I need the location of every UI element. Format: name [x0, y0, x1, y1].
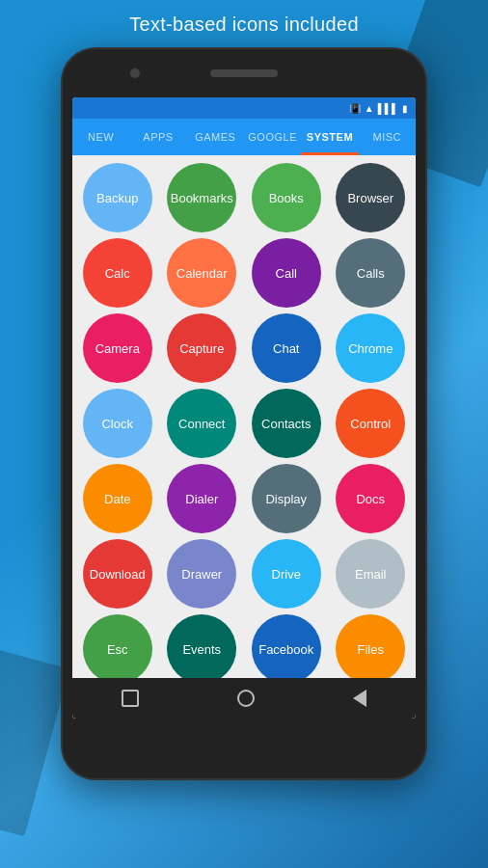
icon-item-connect[interactable]: Connect [163, 389, 242, 458]
icon-circle-drawer[interactable]: Drawer [167, 539, 236, 609]
vibrate-icon: 📳 [349, 103, 361, 114]
icon-item-download[interactable]: Download [78, 539, 157, 609]
phone-camera [130, 68, 140, 78]
icon-circle-clock[interactable]: Clock [83, 389, 152, 458]
icon-circle-files[interactable]: Files [336, 614, 405, 678]
icon-item-date[interactable]: Date [78, 464, 157, 533]
tab-new[interactable]: NEW [72, 119, 129, 155]
icon-circle-events[interactable]: Events [167, 614, 236, 678]
icon-item-bookmarks[interactable]: Bookmarks [163, 163, 242, 232]
phone-speaker [210, 69, 278, 77]
icon-circle-download[interactable]: Download [83, 539, 152, 609]
icon-circle-chat[interactable]: Chat [252, 313, 321, 383]
icon-item-calc[interactable]: Calc [78, 238, 157, 308]
icon-circle-bookmarks[interactable]: Bookmarks [167, 163, 236, 232]
wifi-icon: ▲ [365, 103, 374, 114]
icon-item-capture[interactable]: Capture [163, 313, 242, 383]
icon-item-clock[interactable]: Clock [78, 389, 157, 458]
icon-circle-date[interactable]: Date [83, 464, 152, 533]
icon-item-call[interactable]: Call [247, 238, 326, 308]
header-title: Text-based icons included [129, 0, 359, 47]
bg-decoration-bottom [0, 649, 69, 837]
icon-item-docs[interactable]: Docs [332, 464, 411, 533]
icon-item-chat[interactable]: Chat [247, 313, 326, 383]
icon-item-control[interactable]: Control [332, 389, 411, 458]
back-button[interactable] [353, 690, 366, 707]
icon-circle-calls[interactable]: Calls [336, 238, 405, 308]
icon-circle-capture[interactable]: Capture [167, 313, 236, 383]
icon-circle-email[interactable]: Email [336, 539, 405, 609]
battery-icon: ▮ [402, 103, 408, 114]
icon-circle-control[interactable]: Control [336, 389, 405, 458]
icon-circle-browser[interactable]: Browser [336, 163, 405, 232]
tab-apps[interactable]: APPS [129, 119, 186, 155]
tab-system[interactable]: SYSTEM [301, 119, 358, 155]
phone-frame: 📳 ▲ ▌▌▌ ▮ NEW APPS GAMES GOOGLE SYSTEM M… [61, 47, 427, 780]
icon-item-backup[interactable]: Backup [78, 163, 157, 232]
icon-item-dialer[interactable]: Dialer [163, 464, 242, 533]
icon-item-email[interactable]: Email [332, 539, 411, 609]
tab-bar: NEW APPS GAMES GOOGLE SYSTEM MISC [72, 119, 416, 155]
signal-icon: ▌▌▌ [378, 103, 398, 114]
icon-circle-call[interactable]: Call [252, 238, 321, 308]
icon-item-esc[interactable]: Esc [78, 614, 157, 678]
icon-circle-contacts[interactable]: Contacts [252, 389, 321, 458]
bottom-nav [72, 678, 416, 719]
home-button[interactable] [237, 690, 255, 707]
icon-circle-camera[interactable]: Camera [83, 313, 152, 383]
icon-item-contacts[interactable]: Contacts [247, 389, 326, 458]
icon-circle-dialer[interactable]: Dialer [167, 464, 236, 533]
phone-top-bar [63, 49, 425, 97]
icon-circle-facebook[interactable]: Facebook [252, 614, 321, 678]
recent-apps-button[interactable] [122, 690, 139, 707]
icon-circle-books[interactable]: Books [252, 163, 321, 232]
icon-item-drive[interactable]: Drive [247, 539, 326, 609]
tab-google[interactable]: GOOGLE [244, 119, 301, 155]
icon-item-events[interactable]: Events [163, 614, 242, 678]
icon-item-files[interactable]: Files [332, 614, 411, 678]
icon-item-facebook[interactable]: Facebook [247, 614, 326, 678]
phone-screen: 📳 ▲ ▌▌▌ ▮ NEW APPS GAMES GOOGLE SYSTEM M… [72, 97, 416, 719]
icon-circle-backup[interactable]: Backup [83, 163, 152, 232]
icon-item-display[interactable]: Display [247, 464, 326, 533]
icon-item-chrome[interactable]: Chrome [332, 313, 411, 383]
icon-circle-esc[interactable]: Esc [83, 614, 152, 678]
icons-grid: BackupBookmarksBooksBrowserCalcCalendarC… [72, 155, 416, 678]
tab-games[interactable]: GAMES [187, 119, 244, 155]
icon-item-browser[interactable]: Browser [332, 163, 411, 232]
icon-item-drawer[interactable]: Drawer [163, 539, 242, 609]
icon-circle-display[interactable]: Display [252, 464, 321, 533]
icon-item-calls[interactable]: Calls [332, 238, 411, 308]
icon-circle-chrome[interactable]: Chrome [336, 313, 405, 383]
icon-circle-connect[interactable]: Connect [167, 389, 236, 458]
icon-item-calendar[interactable]: Calendar [163, 238, 242, 308]
icon-circle-calc[interactable]: Calc [83, 238, 152, 308]
icon-circle-docs[interactable]: Docs [336, 464, 405, 533]
icon-item-books[interactable]: Books [247, 163, 326, 232]
tab-misc[interactable]: MISC [359, 119, 416, 155]
status-bar: 📳 ▲ ▌▌▌ ▮ [72, 97, 416, 119]
icon-item-camera[interactable]: Camera [78, 313, 157, 383]
icon-circle-calendar[interactable]: Calendar [167, 238, 236, 308]
icon-circle-drive[interactable]: Drive [252, 539, 321, 609]
